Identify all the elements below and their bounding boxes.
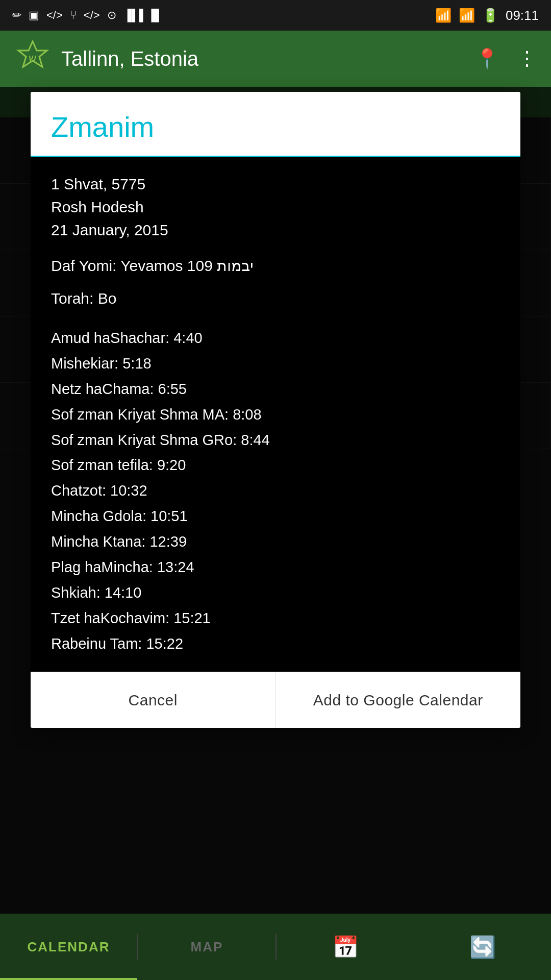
app-bar-left: ש Tallinn, Estonia (14, 40, 198, 77)
time-display: 09:11 (506, 8, 539, 23)
time-plag-hamincha: Plag haMincha: 13:24 (51, 555, 500, 580)
code2-icon: </> (84, 9, 100, 22)
dialog-times: Amud haShachar: 4:40 Mishekiar: 5:18 Net… (51, 326, 500, 656)
time-mincha-gdola: Mincha Gdola: 10:51 (51, 504, 500, 529)
time-sof-zman-ma: Sof zman Kriyat Shma MA: 8:08 (51, 402, 500, 428)
time-mishekiar: Mishekiar: 5:18 (51, 351, 500, 377)
time-mincha-ktana: Mincha Ktana: 12:39 (51, 529, 500, 555)
status-bar: ✏ ▣ </> ⑂ </> ⊙ ▐▌▌▐▌ 📶 📶 🔋 09:11 (0, 0, 551, 31)
dialog-torah: Torah: Bo (51, 290, 500, 307)
refresh-icon: 🔄 (469, 935, 496, 960)
more-options-icon[interactable]: ⋮ (517, 47, 537, 70)
dialog-body: 1 Shvat, 5775 Rosh Hodesh 21 January, 20… (31, 157, 520, 672)
nav-active-indicator (0, 978, 137, 980)
app-logo: ש (14, 40, 51, 77)
app-bar-right: 📍 ⋮ (475, 47, 537, 70)
bottom-navigation: CALENDAR MAP 📅 🔄 (0, 914, 551, 980)
battery-icon: 🔋 (482, 8, 498, 23)
dialog-date-line-3: 21 January, 2015 (51, 218, 500, 241)
time-netz-hachama: Netz haChama: 6:55 (51, 377, 500, 402)
nav-item-calendar[interactable]: CALENDAR (0, 914, 137, 980)
dialog-date-section: 1 Shvat, 5775 Rosh Hodesh 21 January, 20… (51, 173, 500, 241)
signal-icon: 📶 (459, 8, 475, 23)
location-icon[interactable]: 📍 (475, 47, 499, 70)
code-icon: </> (46, 9, 63, 22)
dialog-daf-yomi: Daf Yomi: Yevamos 109 יבמות (51, 257, 500, 275)
time-chatzot: Chatzot: 10:32 (51, 478, 500, 504)
alarm-icon: ⊙ (107, 9, 116, 22)
dialog-header: Zmanim (31, 92, 520, 157)
barcode-icon: ▐▌▌▐▌ (123, 9, 163, 22)
nav-item-calendar-icon[interactable]: 📅 (277, 914, 414, 980)
pencil-icon: ✏ (12, 9, 21, 22)
app-bar: ש Tallinn, Estonia 📍 ⋮ (0, 31, 551, 87)
status-icons-left: ✏ ▣ </> ⑂ </> ⊙ ▐▌▌▐▌ (12, 9, 163, 22)
dialog-date-line-2: Rosh Hodesh (51, 195, 500, 218)
svg-text:ש: ש (29, 52, 37, 64)
time-sof-zman-gro: Sof zman Kriyat Shma GRo: 8:44 (51, 428, 500, 453)
wifi-icon: 📶 (435, 8, 452, 23)
time-shkiah: Shkiah: 14:10 (51, 580, 500, 606)
sim-icon: ▣ (29, 9, 39, 22)
zmanim-dialog: Zmanim 1 Shvat, 5775 Rosh Hodesh 21 Janu… (31, 92, 520, 728)
add-to-google-calendar-button[interactable]: Add to Google Calendar (276, 672, 521, 728)
usb-icon: ⑂ (70, 9, 77, 22)
time-tzet-hakochavim: Tzet haKochavim: 15:21 (51, 606, 500, 631)
time-sof-zman-tefila: Sof zman tefila: 9:20 (51, 453, 500, 478)
app-title: Tallinn, Estonia (61, 47, 198, 70)
nav-label-map: MAP (191, 939, 223, 955)
status-icons-right: 📶 📶 🔋 09:11 (435, 8, 539, 23)
dialog-date-line-1: 1 Shvat, 5775 (51, 173, 500, 195)
nav-item-refresh[interactable]: 🔄 (414, 914, 551, 980)
nav-item-map[interactable]: MAP (138, 914, 276, 980)
calendar-icon: 📅 (332, 935, 359, 960)
time-rabeinu-tam: Rabeinu Tam: 15:22 (51, 631, 500, 657)
time-amud-hashachar: Amud haShachar: 4:40 (51, 326, 500, 351)
dialog-footer: Cancel Add to Google Calendar (31, 672, 520, 728)
dialog-title: Zmanim (51, 110, 500, 143)
nav-label-calendar: CALENDAR (28, 939, 110, 955)
cancel-button[interactable]: Cancel (31, 672, 276, 728)
